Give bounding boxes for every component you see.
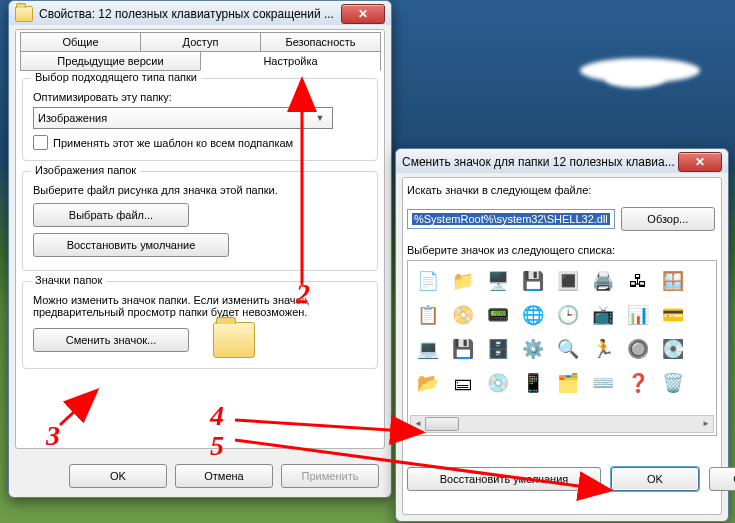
phone-icon[interactable]: 📱 <box>519 369 547 397</box>
properties-window: Свойства: 12 полезных клавиатурных сокра… <box>8 0 392 498</box>
terminal-icon[interactable]: 📺 <box>589 301 617 329</box>
horizontal-scrollbar[interactable]: ◄ ► <box>410 415 714 433</box>
optimize-label: Оптимизировать эту папку: <box>33 91 367 103</box>
help-icon[interactable]: ❓ <box>624 369 652 397</box>
group-legend: Выбор подходящего типа папки <box>31 71 201 83</box>
window-title: Сменить значок для папки 12 полезных кла… <box>402 155 678 169</box>
window-title: Свойства: 12 полезных клавиатурных сокра… <box>39 7 341 21</box>
restore-defaults-button[interactable]: Восстановить умолчания <box>407 467 601 491</box>
group-folder-icons: Значки папок Можно изменить значок папки… <box>22 281 378 369</box>
ok-button[interactable]: OK <box>69 464 167 488</box>
close-button[interactable]: ✕ <box>678 152 722 172</box>
choose-file-label: Выберите файл рисунка для значка этой па… <box>33 184 367 196</box>
run-icon[interactable]: 🏃 <box>589 335 617 363</box>
tab-strip: Общие Доступ Безопасность Предыдущие вер… <box>20 32 380 70</box>
close-icon: ✕ <box>695 155 705 169</box>
dropdown-value: Изображения <box>38 112 312 124</box>
browse-button[interactable]: Обзор... <box>621 207 715 231</box>
scroll-left-icon[interactable]: ◄ <box>411 416 425 430</box>
monitor-icon[interactable]: 💻 <box>414 335 442 363</box>
search-icon[interactable]: 🔍 <box>554 335 582 363</box>
folder2-icon[interactable]: 📂 <box>414 369 442 397</box>
properties-body: Общие Доступ Безопасность Предыдущие вер… <box>15 29 385 449</box>
dialog-footer: OK Отмена Применить <box>9 455 391 497</box>
icon-list[interactable]: 📄 📁 🖥️ 💾 🔳 🖨️ 🖧 🪟 📋 📀 📟 🌐 🕒 📺 📊 💳 <box>407 260 717 436</box>
close-icon: ✕ <box>358 7 368 21</box>
gear-icon[interactable]: ⚙️ <box>519 335 547 363</box>
chevron-down-icon: ▼ <box>312 110 328 126</box>
cd-icon[interactable]: 💿 <box>484 369 512 397</box>
change-icon-body: Искать значки в следующем файле: %System… <box>402 177 722 515</box>
change-icon-button[interactable]: Сменить значок... <box>33 328 189 352</box>
tab-security[interactable]: Безопасность <box>260 32 381 52</box>
titlebar[interactable]: Свойства: 12 полезных клавиатурных сокра… <box>9 1 391 25</box>
change-icon-desc: Можно изменить значок папки. Если измени… <box>33 294 363 318</box>
icon-path-input[interactable]: %SystemRoot%\system32\SHELL32.dll <box>407 209 615 229</box>
window-icon[interactable]: 🪟 <box>659 267 687 295</box>
globe-icon[interactable]: 🌐 <box>519 301 547 329</box>
tab-general[interactable]: Общие <box>20 32 141 52</box>
choose-file-button[interactable]: Выбрать файл... <box>33 203 189 227</box>
clock-icon[interactable]: 🕒 <box>554 301 582 329</box>
cloud-decoration <box>605 70 665 88</box>
group-folder-pictures: Изображения папок Выберите файл рисунка … <box>22 171 378 271</box>
apply-subfolders-checkbox[interactable] <box>33 135 48 150</box>
titlebar[interactable]: Сменить значок для папки 12 полезных кла… <box>396 149 728 173</box>
apply-subfolders-label: Применять этот же шаблон ко всем подпапк… <box>53 137 293 149</box>
cancel-button[interactable]: Отмена <box>175 464 273 488</box>
restore-default-button[interactable]: Восстановить умолчание <box>33 233 229 257</box>
grid-icon[interactable]: ⌨️ <box>589 369 617 397</box>
ok-button[interactable]: OK <box>611 467 699 491</box>
scrollbar-thumb[interactable] <box>425 417 459 431</box>
shutdown-icon[interactable]: 🔘 <box>624 335 652 363</box>
chart-icon[interactable]: 📊 <box>624 301 652 329</box>
disk-icon[interactable]: 💽 <box>659 335 687 363</box>
group-folder-type: Выбор подходящего типа папки Оптимизиров… <box>22 78 378 161</box>
tab-customize[interactable]: Настройка <box>200 51 381 71</box>
folder-preview-icon <box>213 322 255 358</box>
close-button[interactable]: ✕ <box>341 4 385 24</box>
tab-sharing[interactable]: Доступ <box>140 32 261 52</box>
change-icon-dialog: Сменить значок для папки 12 полезных кла… <box>395 148 729 522</box>
printer-icon[interactable]: 🖨️ <box>589 267 617 295</box>
document-icon[interactable]: 📄 <box>414 267 442 295</box>
chip-icon[interactable]: 🔳 <box>554 267 582 295</box>
tab-previous-versions[interactable]: Предыдущие версии <box>20 51 201 71</box>
list-icon[interactable]: 📋 <box>414 301 442 329</box>
save-icon[interactable]: 💾 <box>449 335 477 363</box>
search-in-file-label: Искать значки в следующем файле: <box>407 184 717 196</box>
scroll-right-icon[interactable]: ► <box>699 416 713 430</box>
optimize-dropdown[interactable]: Изображения ▼ <box>33 107 333 129</box>
drive-icon[interactable]: 🖥️ <box>484 267 512 295</box>
folder-icon <box>15 6 33 22</box>
cancel-button[interactable]: Отмена <box>709 467 735 491</box>
hdd-icon[interactable]: 🖴 <box>449 369 477 397</box>
network-icon[interactable]: 🖧 <box>624 267 652 295</box>
choose-from-list-label: Выберите значок из следующего списка: <box>407 244 717 256</box>
apply-button[interactable]: Применить <box>281 464 379 488</box>
card-icon[interactable]: 💳 <box>659 301 687 329</box>
group-legend: Значки папок <box>31 274 106 286</box>
recycle-icon[interactable]: 🗑️ <box>659 369 687 397</box>
tree-icon[interactable]: 🗂️ <box>554 369 582 397</box>
folder-icon[interactable]: 📁 <box>449 267 477 295</box>
device-icon[interactable]: 📀 <box>449 301 477 329</box>
server-icon[interactable]: 🗄️ <box>484 335 512 363</box>
icon-path-value: %SystemRoot%\system32\SHELL32.dll <box>412 213 610 225</box>
modem-icon[interactable]: 📟 <box>484 301 512 329</box>
floppy-icon[interactable]: 💾 <box>519 267 547 295</box>
group-legend: Изображения папок <box>31 164 140 176</box>
